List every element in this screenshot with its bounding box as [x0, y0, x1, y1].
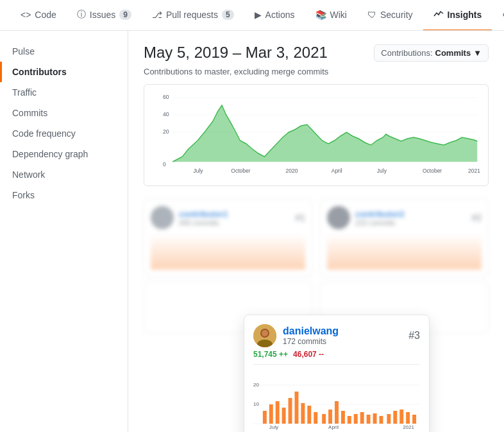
- contributions-dropdown[interactable]: Contributions: Commits ▼: [374, 44, 489, 62]
- svg-rect-25: [263, 411, 267, 424]
- svg-rect-34: [322, 414, 326, 424]
- avatar-1: [151, 206, 174, 229]
- sidebar-item-forks[interactable]: Forks: [0, 185, 128, 205]
- svg-text:October: October: [423, 168, 442, 174]
- date-range-header: May 5, 2019 – Mar 3, 2021 Contributions:…: [144, 44, 489, 62]
- main-chart-svg: 60 40 20 0 July October 2020 April July …: [152, 92, 480, 176]
- issues-icon: ⓘ: [77, 9, 86, 21]
- sidebar-item-commits[interactable]: Commits: [0, 103, 128, 123]
- svg-rect-41: [367, 415, 371, 424]
- svg-rect-29: [289, 398, 292, 424]
- tooltip-avatar: [253, 324, 276, 347]
- sidebar-label-commits: Commits: [12, 108, 47, 118]
- sidebar-label-pulse: Pulse: [12, 46, 35, 56]
- sidebar-item-dependency-graph[interactable]: Dependency graph: [0, 144, 128, 164]
- svg-rect-39: [354, 414, 358, 424]
- contributor-card-1: contributor1 340 commits #1: [144, 199, 312, 277]
- svg-rect-45: [393, 411, 397, 424]
- svg-rect-28: [282, 408, 286, 424]
- svg-text:20: 20: [163, 128, 169, 135]
- wiki-icon: 📚: [315, 10, 326, 20]
- sidebar-label-network: Network: [12, 169, 45, 180]
- sidebar-item-pulse[interactable]: Pulse: [0, 41, 128, 62]
- nav-label-security: Security: [380, 10, 413, 20]
- svg-text:April: April: [328, 424, 339, 430]
- svg-rect-35: [328, 410, 332, 424]
- nav-item-wiki[interactable]: 📚 Wiki: [305, 0, 357, 31]
- main-chart-container: 60 40 20 0 July October 2020 April July …: [144, 84, 489, 186]
- tooltip-user-info: danielwang 172 commits: [253, 324, 339, 347]
- nav-item-code[interactable]: <> Code: [10, 0, 67, 31]
- pull-requests-badge: 5: [222, 10, 234, 20]
- svg-text:40: 40: [163, 111, 169, 117]
- svg-rect-36: [335, 401, 339, 424]
- nav-label-actions: Actions: [265, 10, 295, 20]
- nav-label-pull-requests: Pull requests: [166, 10, 218, 20]
- tooltip-header: danielwang 172 commits #3: [253, 324, 420, 347]
- sidebar-item-traffic[interactable]: Traffic: [0, 82, 128, 103]
- nav-item-actions[interactable]: ▶ Actions: [244, 0, 305, 31]
- sidebar-item-code-frequency[interactable]: Code frequency: [0, 123, 128, 144]
- tooltip-divider: [253, 364, 420, 365]
- main-content: May 5, 2019 – Mar 3, 2021 Contributions:…: [128, 31, 504, 432]
- chevron-down-icon: ▼: [473, 48, 482, 58]
- svg-text:0: 0: [163, 161, 166, 168]
- sidebar-item-network[interactable]: Network: [0, 164, 128, 185]
- page-layout: Pulse Contributors Traffic Commits Code …: [0, 31, 504, 432]
- svg-rect-31: [301, 403, 305, 424]
- date-range-title: May 5, 2019 – Mar 3, 2021: [144, 44, 328, 62]
- sidebar-item-contributors[interactable]: Contributors: [0, 62, 128, 82]
- security-icon: 🛡: [367, 10, 376, 20]
- nav-label-insights: Insights: [448, 10, 482, 20]
- svg-rect-27: [276, 401, 280, 424]
- nav-item-security[interactable]: 🛡 Security: [357, 0, 423, 31]
- nav-label-code: Code: [35, 10, 56, 20]
- nav-item-pull-requests[interactable]: ⎇ Pull requests 5: [142, 0, 244, 31]
- svg-rect-42: [373, 413, 377, 424]
- contributions-dropdown-type: Commits: [435, 48, 471, 58]
- svg-rect-44: [387, 414, 391, 424]
- tooltip-username[interactable]: danielwang: [283, 325, 339, 337]
- tooltip-deletions: 46,607 --: [293, 350, 324, 359]
- sidebar-label-traffic: Traffic: [12, 87, 37, 98]
- sidebar-label-contributors: Contributors: [12, 67, 67, 77]
- nav-item-insights[interactable]: Insights: [423, 0, 492, 31]
- insights-icon: [433, 8, 444, 21]
- avatar-2: [327, 206, 350, 229]
- svg-text:October: October: [231, 168, 250, 174]
- svg-rect-40: [360, 412, 364, 424]
- tooltip-chart-svg: 20 10: [253, 372, 420, 430]
- svg-rect-43: [379, 416, 383, 424]
- contributor-card-2: contributor2 210 commits #2: [320, 199, 489, 277]
- nav-item-issues[interactable]: ⓘ Issues 9: [67, 0, 142, 31]
- svg-rect-30: [295, 392, 299, 424]
- pull-request-icon: ⎇: [152, 10, 162, 20]
- svg-text:2020: 2020: [286, 168, 298, 174]
- tooltip-stats: 51,745 ++ 46,607 --: [253, 350, 420, 359]
- svg-rect-32: [307, 406, 311, 424]
- svg-rect-47: [406, 412, 410, 424]
- contributor-row-1: contributor1 340 commits #1 contributor2…: [144, 199, 489, 277]
- nav-label-issues: Issues: [90, 10, 115, 20]
- svg-text:2021: 2021: [403, 424, 414, 430]
- contributor-tooltip-card: danielwang 172 commits #3 51,745 ++ 46,6…: [244, 315, 430, 432]
- svg-rect-46: [399, 410, 403, 424]
- svg-text:July: July: [193, 168, 203, 174]
- tooltip-rank: #3: [408, 330, 420, 341]
- nav-item-settings[interactable]: ⚙ Settings: [492, 0, 504, 31]
- contributors-area: contributor1 340 commits #1 contributor2…: [144, 199, 489, 277]
- issues-badge: 9: [119, 10, 131, 20]
- svg-rect-48: [412, 415, 416, 424]
- svg-rect-33: [314, 412, 317, 424]
- svg-rect-37: [341, 411, 345, 424]
- svg-point-19: [262, 330, 268, 336]
- contributions-dropdown-label: Contributions:: [381, 48, 432, 58]
- svg-rect-26: [269, 404, 273, 424]
- svg-marker-8: [172, 105, 477, 162]
- svg-text:July: July: [377, 168, 387, 174]
- sidebar-label-forks: Forks: [12, 190, 35, 200]
- svg-text:July: July: [269, 424, 278, 430]
- svg-text:20: 20: [253, 382, 259, 388]
- tooltip-commits: 172 commits: [283, 337, 339, 346]
- sidebar-label-dependency-graph: Dependency graph: [12, 149, 88, 159]
